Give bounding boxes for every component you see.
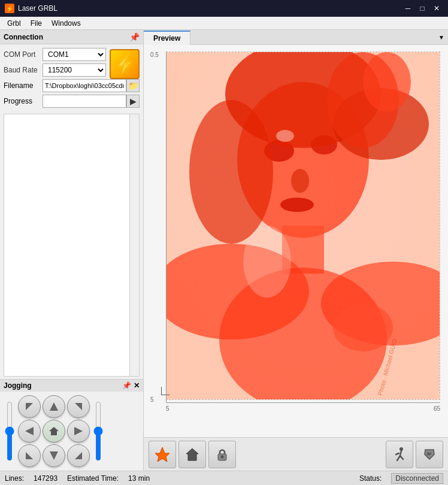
estimated-time-label: Estimated Time:	[67, 474, 119, 483]
preview-tab[interactable]: Preview	[144, 31, 190, 45]
jog-slider-vertical-left[interactable]	[4, 401, 16, 461]
jogging-label: Jogging	[4, 381, 32, 390]
progress-bar	[43, 95, 126, 108]
origin-crosshair	[161, 387, 169, 395]
status-label: Status:	[359, 474, 382, 483]
svg-marker-7	[50, 451, 58, 460]
console-scrollbar[interactable]	[129, 114, 139, 376]
jog-up-left-button[interactable]	[18, 395, 41, 418]
axis-x-right: 65	[434, 405, 440, 412]
connect-button[interactable]: ⚡	[110, 49, 140, 79]
svg-marker-1	[50, 402, 58, 411]
svg-marker-3	[25, 427, 34, 435]
svg-marker-6	[26, 452, 33, 459]
app-title: Laser GRBL	[18, 4, 401, 13]
estimated-time-value: 13 min	[128, 474, 150, 483]
jogging-content	[0, 392, 143, 471]
run-button[interactable]: ▶	[126, 95, 140, 108]
tab-dropdown[interactable]: ▼	[435, 32, 448, 43]
jog-up-right-button[interactable]	[67, 395, 90, 418]
menu-file[interactable]: File	[26, 18, 47, 29]
lines-value: 147293	[34, 474, 57, 483]
jog-down-left-button[interactable]	[18, 444, 41, 467]
progress-row: Progress ▶	[4, 95, 140, 108]
svg-marker-2	[75, 403, 82, 410]
jogging-controls: 📌 ✕	[122, 381, 140, 390]
baud-rate-label: Baud Rate	[4, 66, 43, 74]
jog-down-button[interactable]	[43, 444, 65, 467]
browse-button[interactable]: 📁	[126, 79, 140, 92]
preview-image: Photo · Michael GUIO	[167, 52, 440, 399]
axis-y-top: 0.5	[150, 51, 159, 58]
y-axis-line	[166, 51, 167, 403]
console-area[interactable]	[4, 114, 140, 377]
stop-tool-button[interactable]	[416, 441, 443, 468]
jogging-pin-icon[interactable]: 📌	[122, 381, 131, 390]
status-value: Disconnected	[391, 473, 443, 484]
lines-label: Lines:	[5, 474, 24, 483]
menu-grbl[interactable]: Grbl	[2, 18, 26, 29]
x-axis-line	[166, 402, 440, 403]
title-bar: ⚡ Laser GRBL ─ □ ✕	[0, 0, 448, 17]
svg-marker-33	[186, 448, 198, 460]
com-port-select[interactable]: COM1	[43, 48, 106, 61]
window-controls: ─ □ ✕	[401, 2, 443, 14]
jogging-section: Jogging 📌 ✕	[0, 379, 143, 471]
preview-dashed-border: Photo · Michael GUIO	[166, 51, 440, 400]
home-tool-button[interactable]	[178, 441, 206, 468]
right-panel: Preview ▼ 0.5 5 5 65	[144, 30, 448, 471]
svg-marker-32	[155, 447, 169, 462]
jogging-close-icon[interactable]: ✕	[134, 381, 140, 390]
filename-input[interactable]	[43, 79, 126, 92]
connection-section-header: Connection 📌	[0, 30, 143, 44]
connection-area: COM Port COM1 Baud Rate 115200 ⚡	[0, 44, 143, 111]
svg-marker-8	[75, 452, 82, 459]
jog-up-button[interactable]	[43, 395, 65, 418]
bottom-toolbar	[144, 437, 448, 471]
preview-area: 0.5 5 5 65	[144, 45, 448, 437]
status-bar: Lines: 147293 Estimated Time: 13 min Sta…	[0, 471, 448, 485]
menu-bar: Grbl File Windows	[0, 17, 448, 30]
menu-windows[interactable]: Windows	[47, 18, 86, 29]
baud-rate-row: Baud Rate 115200	[4, 63, 106, 77]
filename-row: Filename 📁	[4, 79, 140, 92]
svg-marker-5	[74, 427, 83, 435]
lock-tool-button[interactable]	[208, 441, 236, 468]
progress-label: Progress	[4, 97, 43, 105]
app-icon: ⚡	[5, 4, 14, 13]
com-port-label: COM Port	[4, 50, 43, 59]
pin-icon[interactable]: 📌	[129, 32, 140, 42]
jog-slider-vertical-right[interactable]	[92, 401, 104, 461]
connection-label: Connection	[4, 33, 43, 41]
left-panel: Connection 📌 COM Port COM1 Baud Rate 115…	[0, 30, 144, 471]
com-port-row: COM Port COM1	[4, 48, 106, 61]
svg-marker-4	[49, 427, 59, 435]
svg-rect-29	[167, 52, 440, 399]
close-button[interactable]: ✕	[430, 2, 443, 14]
filename-label: Filename	[4, 81, 43, 90]
jogging-header: Jogging 📌 ✕	[0, 380, 143, 392]
axis-y-bottom: 5	[150, 396, 154, 403]
baud-rate-select[interactable]: 115200	[43, 63, 106, 77]
laser-tool-button[interactable]	[149, 441, 176, 468]
maximize-button[interactable]: □	[416, 2, 429, 14]
jog-left-button[interactable]	[18, 420, 41, 442]
svg-marker-0	[26, 403, 33, 410]
minimize-button[interactable]: ─	[401, 2, 414, 14]
jog-home-button[interactable]	[43, 420, 65, 442]
tab-bar: Preview ▼	[144, 30, 448, 45]
jog-right-button[interactable]	[67, 420, 90, 442]
jog-grid	[18, 395, 90, 467]
svg-point-35	[221, 455, 224, 458]
jog-down-right-button[interactable]	[67, 444, 90, 467]
walk-tool-button[interactable]	[386, 441, 413, 468]
axis-x-left: 5	[166, 405, 169, 412]
